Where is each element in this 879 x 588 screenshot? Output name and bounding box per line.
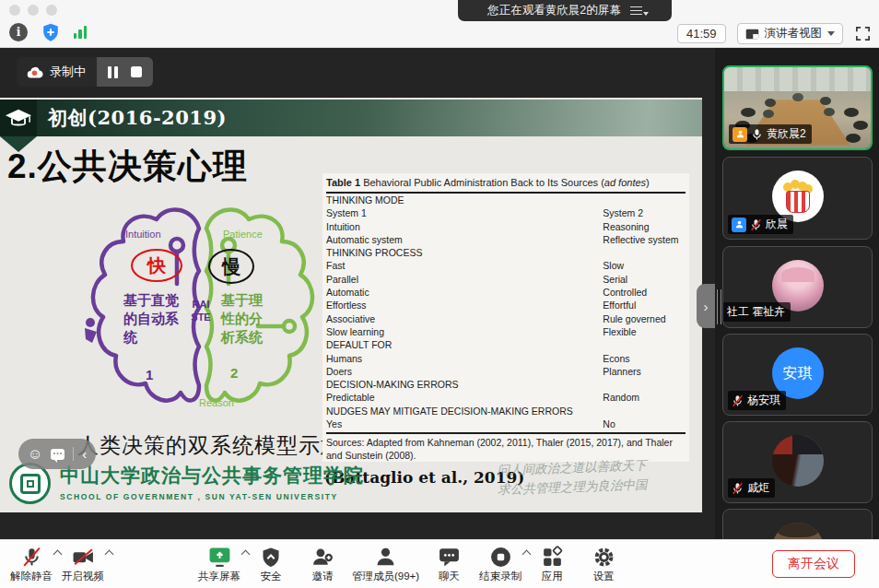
slow-circle: 慢 bbox=[208, 249, 254, 284]
participant-name: 欣晨 bbox=[766, 217, 788, 232]
slide-section-banner: 初创(2016-2019) bbox=[0, 100, 702, 136]
patience-label: Patience bbox=[223, 229, 263, 240]
leave-meeting-button[interactable]: 离开会议 bbox=[772, 550, 855, 578]
table-row: THINKING MODE bbox=[326, 194, 686, 206]
table-row: HumansEcons bbox=[326, 352, 686, 365]
settings-button[interactable]: 设置 bbox=[578, 540, 629, 588]
chevron-down-icon bbox=[827, 31, 835, 36]
chat-bubble-icon[interactable] bbox=[51, 449, 64, 460]
system2-description: 基于理性的分析系统 bbox=[221, 291, 266, 346]
meeting-timer: 41:59 bbox=[677, 24, 726, 43]
settings-gear-icon bbox=[592, 546, 615, 569]
invite-person-icon bbox=[311, 546, 334, 569]
invite-button[interactable]: 邀请 bbox=[297, 540, 348, 588]
meeting-toolbar: 解除静音 开启视频 共享屏幕 bbox=[0, 539, 879, 588]
view-mode-label: 演讲者视图 bbox=[765, 26, 823, 41]
participant-name: 黄欣晨2 bbox=[767, 126, 806, 142]
table-row: YesNo bbox=[326, 417, 686, 430]
intuition-label: Intuition bbox=[125, 229, 161, 240]
table-row: ParallelSerial bbox=[326, 273, 686, 286]
university-name-en: SCHOOL OF GOVERNMENT , SUN YAT-SEN UNIVE… bbox=[60, 492, 364, 501]
partial-avatar bbox=[772, 523, 824, 539]
person-figure-icon bbox=[85, 318, 97, 343]
view-mode-button[interactable]: 演讲者视图 bbox=[737, 23, 844, 44]
recording-label: 录制中 bbox=[50, 64, 86, 80]
participant-tile[interactable]: 社工 霍祉卉 bbox=[722, 246, 873, 328]
window-header: i 41:59 演讲者视图 您正在观看 bbox=[0, 0, 879, 48]
minimize-window-button[interactable] bbox=[28, 5, 39, 16]
close-window-button[interactable] bbox=[9, 5, 20, 16]
video-off-icon bbox=[71, 546, 96, 569]
mic-on-icon bbox=[751, 128, 763, 141]
table-row: THINKING PROCESS bbox=[326, 246, 686, 259]
participants-icon bbox=[374, 546, 397, 569]
host-badge-icon bbox=[732, 127, 747, 142]
participant-name: 杨安琪 bbox=[747, 393, 780, 408]
speaker-view-icon bbox=[745, 28, 759, 41]
pause-recording-button[interactable] bbox=[108, 66, 118, 78]
mic-muted-icon bbox=[732, 394, 744, 407]
start-video-button[interactable]: 开启视频 bbox=[57, 540, 109, 588]
table-row: Slow learningFlexible bbox=[326, 325, 686, 338]
manage-participants-button[interactable]: 管理成员(99+) bbox=[348, 540, 423, 588]
cloud-recording-icon bbox=[26, 65, 43, 79]
unmute-button[interactable]: 解除静音 bbox=[6, 540, 57, 588]
table-row: IntuitionReasoning bbox=[326, 220, 686, 233]
emoji-reaction-icon[interactable]: ☺ bbox=[28, 447, 42, 462]
brainstem-label: RAISTE bbox=[184, 299, 217, 324]
banner-options-icon[interactable] bbox=[630, 6, 642, 16]
reason-label: Reason bbox=[199, 397, 234, 408]
chevron-up-icon[interactable] bbox=[105, 550, 114, 559]
system1-description: 基于直觉的自动系统 bbox=[123, 291, 182, 346]
connection-signal-icon[interactable] bbox=[74, 26, 87, 39]
mic-muted-icon bbox=[750, 218, 762, 231]
table-row: AutomaticControlled bbox=[326, 286, 686, 299]
cohost-badge-icon bbox=[732, 218, 746, 232]
zoom-window-button[interactable] bbox=[46, 5, 57, 16]
university-name-cn: 中山大学政治与公共事务管理学院 bbox=[60, 463, 364, 488]
chat-icon bbox=[438, 546, 461, 569]
table-row: DECISION-MAKING ERRORS bbox=[326, 378, 686, 391]
table-row: EffortlessEffortful bbox=[326, 299, 686, 312]
table-row: NUDGES MAY MITIGATE DECISION-MAKING ERRO… bbox=[326, 405, 686, 417]
meeting-info-icon[interactable]: i bbox=[9, 23, 28, 41]
mic-muted-icon bbox=[732, 482, 744, 495]
divider bbox=[73, 447, 74, 461]
participant-tile[interactable]: 黄欣晨2 bbox=[722, 65, 873, 150]
end-recording-button[interactable]: 结束录制 bbox=[475, 540, 526, 588]
participants-sidebar: 黄欣晨2 欣晨 bbox=[715, 48, 879, 539]
stop-recording-button[interactable] bbox=[131, 66, 142, 77]
meeting-window: i 41:59 演讲者视图 您正在观看 bbox=[0, 0, 879, 588]
table-row: DEFAULT FOR bbox=[326, 338, 686, 351]
shared-slide: 初创(2016-2019) 2.公共决策心理 bbox=[0, 98, 702, 512]
stop-record-icon bbox=[489, 546, 512, 569]
anime-avatar bbox=[772, 435, 824, 487]
participant-tile[interactable]: 戚炬 bbox=[722, 421, 873, 503]
sidebar-resize-grip[interactable] bbox=[717, 289, 721, 324]
watching-screen-label: 您正在观看黄欣晨2的屏幕 bbox=[487, 3, 620, 18]
security-shield-icon bbox=[260, 546, 282, 569]
apps-button[interactable]: 应用 bbox=[526, 540, 578, 588]
system1-number: 1 bbox=[146, 367, 153, 382]
security-button[interactable]: 安全 bbox=[245, 540, 297, 588]
chat-button[interactable]: 聊天 bbox=[423, 540, 475, 588]
participant-name: 戚炬 bbox=[747, 480, 769, 496]
mic-muted-icon bbox=[20, 546, 43, 569]
table-row: AssociativeRule governed bbox=[326, 312, 686, 325]
share-screen-icon bbox=[207, 546, 232, 569]
encryption-shield-icon[interactable] bbox=[41, 22, 61, 42]
participant-tile[interactable] bbox=[722, 509, 873, 539]
watching-screen-banner: 您正在观看黄欣晨2的屏幕 bbox=[458, 0, 672, 21]
fullscreen-icon[interactable] bbox=[854, 25, 872, 42]
table-row: PredictableRandom bbox=[326, 391, 686, 404]
sidebar-collapse-handle[interactable]: › bbox=[697, 284, 715, 328]
share-screen-button[interactable]: 共享屏幕 bbox=[193, 540, 245, 588]
participant-tile[interactable]: 欣晨 bbox=[722, 157, 873, 240]
participant-tile[interactable]: 安琪 杨安琪 bbox=[722, 334, 873, 416]
apps-grid-icon bbox=[541, 546, 564, 569]
calligraphy-watermark: 问人间政治之道以善政天下求公共管理之理为良治中国 bbox=[497, 453, 700, 499]
dual-system-brain-diagram: Intuition Patience 快 慢 RAISTE 基于直觉的自动系统 … bbox=[83, 188, 322, 429]
slide-heading: 2.公共决策心理 bbox=[7, 144, 248, 190]
collapse-left-icon[interactable]: ‹ bbox=[82, 447, 87, 461]
reaction-toolbar: ☺ ‹ bbox=[18, 439, 96, 469]
